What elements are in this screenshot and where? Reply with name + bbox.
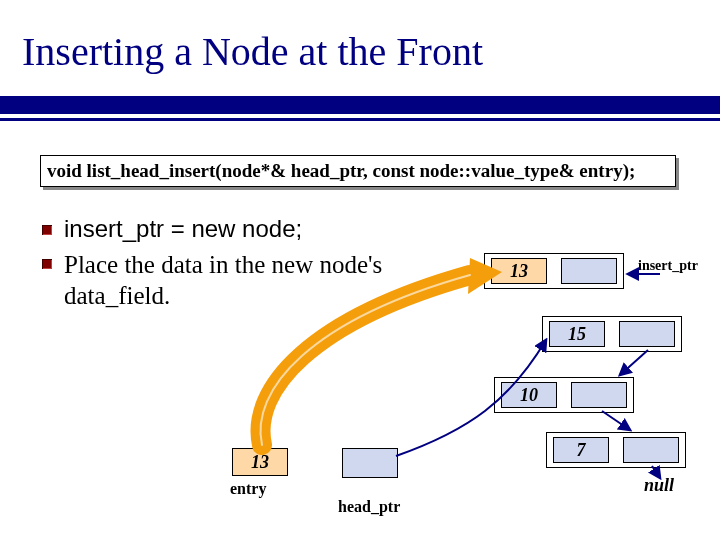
node-data: 15 (549, 321, 605, 347)
code-signature-text: void list_head_insert(node*& head_ptr, c… (47, 160, 635, 182)
page-title: Inserting a Node at the Front (22, 28, 483, 75)
bullet-icon (42, 225, 52, 235)
node-data: 10 (501, 382, 557, 408)
list-node-3: 7 (546, 432, 686, 468)
node-data: 7 (553, 437, 609, 463)
list-item: Place the data in the new node's data_fi… (42, 249, 462, 312)
null-label: null (644, 475, 674, 496)
new-node-data: 13 (491, 258, 547, 284)
code-signature-box: void list_head_insert(node*& head_ptr, c… (40, 155, 676, 187)
new-node-next (561, 258, 617, 284)
head-ptr-box (342, 448, 398, 478)
bullet-text: Place the data in the new node's data_fi… (64, 249, 462, 312)
insert-ptr-label: insert_ptr (638, 258, 698, 274)
bullet-icon (42, 259, 52, 269)
title-underline (0, 96, 720, 122)
arrow-icon (620, 350, 648, 375)
node-next (571, 382, 627, 408)
list-node-1: 15 (542, 316, 682, 352)
entry-box: 13 (232, 448, 288, 476)
node-next (623, 437, 679, 463)
entry-label: entry (230, 480, 266, 498)
list-node-2: 10 (494, 377, 634, 413)
node-next (619, 321, 675, 347)
bullet-text: insert_ptr = new node; (64, 215, 302, 243)
new-node: 13 (484, 253, 624, 289)
bullet-list: insert_ptr = new node; Place the data in… (42, 215, 462, 318)
head-ptr-label: head_ptr (338, 498, 400, 516)
slide: Inserting a Node at the Front void list_… (0, 0, 720, 540)
arrow-icon (602, 411, 630, 430)
list-item: insert_ptr = new node; (42, 215, 462, 243)
